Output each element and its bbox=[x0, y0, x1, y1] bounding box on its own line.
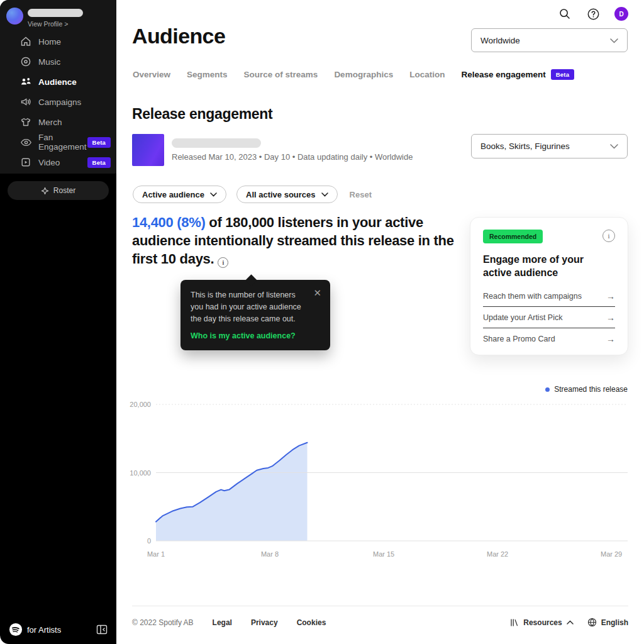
svg-text:Mar 29: Mar 29 bbox=[601, 550, 622, 558]
action-label: Reach them with campaigns bbox=[483, 292, 582, 301]
tshirt-icon bbox=[19, 116, 32, 128]
sidebar-item-campaigns[interactable]: Campaigns bbox=[0, 92, 116, 112]
filter-label: Active audience bbox=[142, 190, 204, 199]
megaphone-icon bbox=[19, 96, 32, 108]
tooltip-text: This is the number of listeners you had … bbox=[191, 289, 303, 325]
chevron-down-icon bbox=[321, 192, 328, 197]
release-artwork bbox=[132, 134, 164, 166]
arrow-right-icon: → bbox=[606, 313, 615, 323]
home-icon bbox=[19, 35, 32, 48]
footer-link-privacy[interactable]: Privacy bbox=[251, 618, 278, 627]
chevron-up-icon bbox=[567, 620, 574, 625]
recommended-card-title: Engage more of your active audience bbox=[483, 253, 609, 279]
sidebar-item-music[interactable]: Music bbox=[0, 52, 116, 72]
beta-badge: Beta bbox=[551, 69, 574, 80]
recommended-card: Recommended i Engage more of your active… bbox=[470, 217, 628, 355]
action-label: Update your Artist Pick bbox=[483, 313, 562, 322]
footer-link-cookies[interactable]: Cookies bbox=[297, 618, 326, 627]
sidebar-item-fan-engagement[interactable]: Fan Engagement Beta bbox=[0, 132, 116, 152]
svg-text:Mar 1: Mar 1 bbox=[147, 550, 165, 558]
info-icon[interactable]: i bbox=[602, 230, 615, 242]
beta-badge: Beta bbox=[87, 137, 111, 148]
tab-overview[interactable]: Overview bbox=[133, 70, 170, 79]
section-title: Release engagement bbox=[132, 106, 272, 123]
footer-right: Resources English bbox=[510, 618, 628, 627]
tab-location[interactable]: Location bbox=[409, 70, 445, 79]
language-button[interactable]: English bbox=[587, 618, 628, 627]
reset-filters-button[interactable]: Reset bbox=[350, 190, 372, 199]
release-title-placeholder bbox=[172, 138, 261, 148]
tab-source-of-streams[interactable]: Source of streams bbox=[244, 70, 318, 79]
release-meta: Released Mar 10, 2023 • Day 10 • Data up… bbox=[172, 152, 413, 162]
roster-icon bbox=[41, 187, 49, 195]
legend-label: Streamed this release bbox=[554, 385, 628, 394]
filter-label: All active sources bbox=[246, 190, 316, 199]
library-icon bbox=[510, 618, 519, 627]
active-audience-tooltip: This is the number of listeners you had … bbox=[180, 280, 330, 350]
recommended-actions: Reach them with campaigns → Update your … bbox=[483, 286, 615, 350]
collapse-sidebar-icon[interactable] bbox=[96, 623, 108, 636]
chevron-down-icon bbox=[610, 142, 618, 151]
audience-tabs: Overview Segments Source of streams Demo… bbox=[133, 69, 574, 80]
language-label: English bbox=[601, 618, 628, 627]
sidebar-item-label: Fan Engagement bbox=[38, 133, 87, 152]
sidebar-item-label: Video bbox=[38, 158, 60, 167]
svg-text:0: 0 bbox=[147, 537, 151, 545]
recommended-badge: Recommended bbox=[483, 230, 543, 243]
view-profile-label[interactable]: View Profile > bbox=[28, 20, 83, 28]
video-icon bbox=[19, 156, 32, 169]
sidebar-item-video[interactable]: Video Beta bbox=[0, 152, 116, 172]
for-artists-label: for Artists bbox=[27, 625, 61, 635]
sidebar-item-label: Music bbox=[38, 57, 60, 67]
tooltip-link[interactable]: Who is my active audience? bbox=[191, 331, 320, 340]
help-button[interactable] bbox=[586, 6, 601, 21]
profile-link[interactable]: View Profile > bbox=[0, 5, 116, 31]
artist-avatar bbox=[6, 8, 23, 25]
headline-highlight: 14,400 (8%) bbox=[132, 214, 206, 230]
roster-button[interactable]: Roster bbox=[8, 181, 109, 200]
tab-release-engagement[interactable]: Release engagement Beta bbox=[461, 69, 574, 80]
chart-area: 010,00020,000Mar 1Mar 8Mar 15Mar 22Mar 2… bbox=[116, 399, 644, 566]
active-audience-filter[interactable]: Active audience bbox=[133, 186, 226, 203]
user-avatar[interactable]: D bbox=[614, 7, 628, 21]
globe-icon bbox=[587, 618, 597, 627]
info-icon[interactable]: i bbox=[218, 257, 228, 268]
sidebar-item-audience[interactable]: Audience bbox=[0, 72, 116, 92]
legend-dot-icon bbox=[545, 387, 550, 392]
action-update-artist-pick[interactable]: Update your Artist Pick → bbox=[483, 307, 615, 328]
sidebar-item-label: Audience bbox=[38, 77, 77, 87]
close-icon[interactable]: ✕ bbox=[313, 288, 321, 297]
sidebar-item-merch[interactable]: Merch bbox=[0, 112, 116, 132]
chart-legend: Streamed this release bbox=[545, 385, 628, 394]
action-share-promo-card[interactable]: Share a Promo Card → bbox=[483, 328, 615, 350]
release-selector[interactable]: Books, Skirts, Figurines bbox=[471, 134, 628, 158]
action-label: Share a Promo Card bbox=[483, 335, 555, 343]
svg-text:Mar 22: Mar 22 bbox=[487, 550, 508, 558]
footer: © 2022 Spotify AB Legal Privacy Cookies … bbox=[132, 618, 628, 627]
filter-bar: Active audience All active sources Reset bbox=[133, 186, 372, 203]
resources-label: Resources bbox=[523, 618, 562, 627]
svg-text:Mar 8: Mar 8 bbox=[261, 550, 279, 558]
main-content: D Audience Worldwide Overview Segments S… bbox=[116, 0, 644, 644]
tab-segments[interactable]: Segments bbox=[187, 70, 228, 79]
chevron-down-icon bbox=[210, 192, 217, 197]
active-sources-filter[interactable]: All active sources bbox=[236, 186, 338, 203]
arrow-right-icon: → bbox=[606, 334, 615, 344]
sidebar-item-label: Home bbox=[38, 37, 61, 47]
beta-badge: Beta bbox=[87, 157, 111, 168]
resources-button[interactable]: Resources bbox=[510, 618, 573, 627]
footer-link-legal[interactable]: Legal bbox=[213, 618, 232, 627]
region-selector[interactable]: Worldwide bbox=[471, 28, 628, 52]
profile-meta: View Profile > bbox=[28, 8, 83, 28]
region-selector-value: Worldwide bbox=[480, 36, 520, 45]
copyright-text: © 2022 Spotify AB bbox=[132, 618, 194, 627]
svg-text:20,000: 20,000 bbox=[130, 401, 151, 408]
help-icon bbox=[587, 8, 600, 21]
sidebar-item-home[interactable]: Home bbox=[0, 31, 116, 52]
page-title: Audience bbox=[132, 24, 225, 48]
action-reach-campaigns[interactable]: Reach them with campaigns → bbox=[483, 286, 615, 307]
tab-demographics[interactable]: Demographics bbox=[334, 70, 393, 79]
sidebar: View Profile > Home Music Audience bbox=[0, 0, 116, 644]
recommended-card-header: Recommended i bbox=[483, 230, 615, 243]
search-button[interactable] bbox=[557, 6, 572, 21]
